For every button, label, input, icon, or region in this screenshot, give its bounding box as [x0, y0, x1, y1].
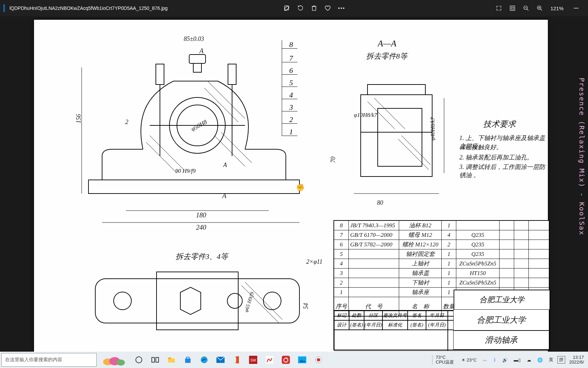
dim-holes: 2×φ11: [306, 258, 323, 265]
dim-2: 2: [125, 119, 128, 126]
more-icon[interactable]: [334, 1, 348, 15]
ime-lang[interactable]: 英: [547, 355, 555, 364]
cortana-icon[interactable]: [131, 352, 147, 368]
svg-rect-17: [193, 63, 201, 72]
taskbar: 在这里输入你要搜索的内容 SW 73°C CPU温度 ☀ 23°C ︿ ᛒ 🔊 …: [0, 352, 588, 368]
netease-icon[interactable]: [278, 352, 294, 368]
titlebar: lQDPDhuHnIOjutLNA2zNBOKwZAcq5fWb1ioCrt7Y…: [0, 0, 588, 16]
svg-rect-27: [361, 95, 432, 177]
svg-line-23: [221, 132, 252, 163]
svg-point-48: [136, 357, 142, 363]
photos-icon[interactable]: [294, 352, 310, 368]
svg-rect-49: [152, 357, 154, 362]
svg-point-65: [317, 358, 320, 362]
parts-row: 4上轴衬1ZCuSn5Pb5Zn5: [334, 259, 549, 269]
tb-title-abs: 滑动轴承: [453, 331, 549, 350]
volume-icon[interactable]: 🔊: [500, 356, 510, 364]
svg-point-47: [117, 359, 125, 366]
svg-rect-29: [378, 108, 422, 166]
fit-icon[interactable]: [506, 1, 519, 15]
mail-icon[interactable]: [212, 352, 229, 368]
window-minimize[interactable]: [568, 1, 585, 15]
rotate-icon[interactable]: [294, 1, 307, 15]
explorer-icon[interactable]: [163, 352, 180, 368]
svg-rect-5: [511, 7, 513, 9]
tech-3: 3. 调整试转后，工作面涂一层防锈油 。: [459, 163, 548, 179]
svg-point-2: [341, 7, 342, 9]
svg-line-18: [204, 88, 238, 122]
svg-rect-12: [156, 64, 164, 85]
dim-40h8k7: φ40H8/k7: [429, 117, 436, 140]
svg-line-21: [146, 142, 177, 173]
acrobat-icon[interactable]: [261, 352, 278, 368]
dim-top: 85±0.03: [184, 35, 204, 43]
svg-point-3: [343, 7, 344, 9]
filename-label: lQDPDhuHnIOjutLNA2zNBOKwZAcq5fWb1ioCrt7Y…: [10, 5, 168, 11]
dim-70: 70: [330, 157, 337, 163]
hand-cursor-icon: ✊: [296, 183, 305, 191]
svg-rect-50: [156, 357, 159, 362]
svg-line-32: [374, 98, 405, 129]
svg-point-39: [263, 292, 281, 310]
tb-school-abs: 合肥工业大学: [453, 309, 549, 331]
bluetooth-icon[interactable]: ᛒ: [491, 356, 498, 364]
battery-icon[interactable]: ▬▯: [512, 356, 523, 364]
svg-rect-52: [168, 357, 171, 359]
image-viewer[interactable]: 8 7 6 5 4 3 2 1: [0, 16, 588, 352]
search-input[interactable]: 在这里输入你要搜索的内容: [1, 353, 97, 367]
record-icon[interactable]: [310, 352, 327, 368]
svg-point-42: [227, 293, 242, 308]
tb-school: 合肥工业大学: [454, 290, 550, 310]
weather-tray[interactable]: ☀ 23°C: [459, 356, 479, 364]
parts-row: 2下轴衬1ZCuSn5Pb5Zn5: [334, 278, 549, 288]
dim-basefit: 90 H9/f9: [175, 168, 196, 174]
zoom-level[interactable]: 121%: [546, 5, 568, 11]
parts-row: 7GB/T 6170—2000螺母 M124Q235: [334, 230, 549, 240]
svg-rect-37: [95, 279, 299, 323]
app-accent: [3, 4, 5, 12]
clock[interactable]: 13:17 2022/6/: [567, 355, 586, 365]
section-arrow-bottom: A: [222, 192, 226, 200]
news-widget[interactable]: [97, 352, 131, 367]
document-page: 8 7 6 5 4 3 2 1: [34, 20, 548, 352]
search-placeholder: 在这里输入你要搜索的内容: [5, 357, 62, 363]
section-note: 拆去零件8等: [366, 51, 407, 61]
favorite-icon[interactable]: [321, 1, 334, 15]
zoom-in-icon[interactable]: [533, 1, 546, 15]
dim-10h8k7: φ10H8/k7: [354, 112, 377, 119]
svg-rect-40: [157, 272, 238, 330]
section-view-sketch: [347, 71, 453, 204]
fullscreen-icon[interactable]: [492, 1, 506, 15]
section-arrow-top: A: [199, 47, 203, 55]
edge-icon[interactable]: [196, 352, 212, 368]
taskview-icon[interactable]: [147, 352, 163, 368]
now-playing-overlay: Presence (Relaxing Mix) - KoolSax: [578, 78, 586, 235]
office-icon[interactable]: [229, 352, 245, 368]
svg-text:SW: SW: [250, 358, 256, 362]
delete-icon[interactable]: [307, 1, 321, 15]
cpu-temp[interactable]: 73°C CPU温度: [432, 355, 457, 365]
svg-line-20: [150, 136, 184, 170]
plan-view-sketch: [88, 265, 310, 340]
zoom-out-icon[interactable]: [519, 1, 533, 15]
svg-line-22: [214, 136, 245, 166]
svg-line-33: [398, 139, 429, 170]
store-icon[interactable]: [180, 352, 196, 368]
tech-title: 技术要求: [483, 119, 516, 129]
ime-mode[interactable]: 拼: [557, 356, 565, 364]
dim-240: 240: [196, 224, 206, 231]
parts-row: 3轴承盖1HT150: [334, 269, 549, 278]
solidworks-icon[interactable]: SW: [245, 352, 261, 368]
svg-rect-54: [186, 357, 189, 359]
parts-row: 8JB/T 7940.3—1995油杯 B121: [334, 220, 549, 230]
tray-chevron-icon[interactable]: ︿: [481, 355, 489, 364]
onedrive-icon[interactable]: ☁: [525, 356, 533, 364]
svg-rect-4: [510, 6, 515, 11]
svg-line-34: [402, 136, 430, 165]
svg-rect-28: [368, 85, 425, 95]
edit-icon[interactable]: [280, 1, 294, 15]
dim-54: 54: [303, 303, 310, 309]
dim-180: 180: [196, 211, 206, 219]
tech-1b: 保证接触良好。: [459, 143, 502, 151]
network-icon[interactable]: 🌐: [535, 356, 545, 364]
